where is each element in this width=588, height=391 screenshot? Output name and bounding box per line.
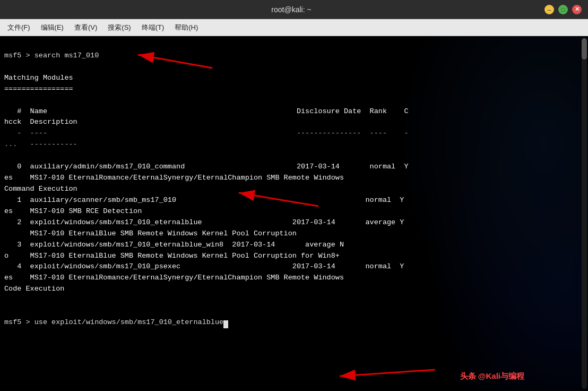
terminal-line-r4c: Code Execution: [4, 285, 64, 293]
terminal-line-r0b: es MS17-010 EternalRomance/EternalSynerg…: [4, 174, 344, 182]
menu-search[interactable]: 搜索(S): [102, 21, 136, 35]
terminal-line-r2a: 2 exploit/windows/smb/ms17_010_eternalbl…: [4, 218, 404, 226]
terminal-line-r0c: Command Execution: [4, 185, 77, 193]
terminal-line-r1b: es MS17-010 SMB RCE Detection: [4, 207, 142, 215]
terminal-line-2: Matching Modules: [4, 74, 73, 82]
menu-file[interactable]: 文件(F): [2, 21, 36, 35]
terminal-line-r3b: o MS17-010 EternalBlue SMB Remote Window…: [4, 252, 340, 260]
title-bar: root@kali: ~ – □ ✕: [0, 0, 588, 19]
terminal-line-sep1: - ---- --------------- ---- -: [4, 129, 409, 137]
terminal-line-0: msf5 > search ms17_010: [4, 52, 99, 60]
svg-line-3: [340, 370, 435, 376]
window-title: root@kali: ~: [38, 5, 544, 14]
watermark-text: 头条 @Kali与编程: [460, 371, 524, 381]
terminal-output: msf5 > search ms17_010 Matching Modules …: [4, 39, 584, 339]
terminal-line-r4a: 4 exploit/windows/smb/ms17_010_psexec 20…: [4, 262, 404, 270]
terminal-line-r1a: 1 auxiliary/scanner/smb/smb_ms17_010 nor…: [4, 196, 404, 204]
menu-terminal[interactable]: 终端(T): [136, 21, 170, 35]
terminal-line-last: msf5 > use exploit/windows/smb/ms17_010_…: [4, 318, 228, 326]
terminal-line-r2b: MS17-010 EternalBlue SMB Remote Windows …: [4, 230, 297, 237]
terminal-cursor: [223, 320, 228, 328]
terminal-line-header1: # Name Disclosure Date Rank C: [4, 107, 409, 115]
terminal-line-sep2: ... -----------: [4, 140, 77, 148]
menu-view[interactable]: 查看(V): [69, 21, 102, 35]
menu-edit[interactable]: 编辑(E): [36, 21, 69, 35]
close-button[interactable]: ✕: [572, 5, 582, 14]
terminal-line-r0a: 0 auxiliary/admin/smb/ms17_010_command 2…: [4, 163, 409, 171]
terminal-line-r4b: es MS17-010 EternalRomance/EternalSynerg…: [4, 274, 344, 282]
terminal-line-header2: hcck Description: [4, 118, 77, 126]
menu-help[interactable]: 帮助(H): [169, 21, 203, 35]
menu-bar: 文件(F) 编辑(E) 查看(V) 搜索(S) 终端(T) 帮助(H): [0, 19, 588, 36]
terminal-line-blank1: [4, 307, 8, 315]
terminal-line-r3a: 3 exploit/windows/smb/ms17_010_eternalbl…: [4, 241, 344, 249]
minimize-button[interactable]: –: [544, 5, 554, 14]
terminal-window[interactable]: msf5 > search ms17_010 Matching Modules …: [0, 36, 588, 391]
terminal-line-3: ================: [4, 85, 73, 93]
window-controls: – □ ✕: [544, 5, 582, 14]
maximize-button[interactable]: □: [558, 5, 568, 14]
